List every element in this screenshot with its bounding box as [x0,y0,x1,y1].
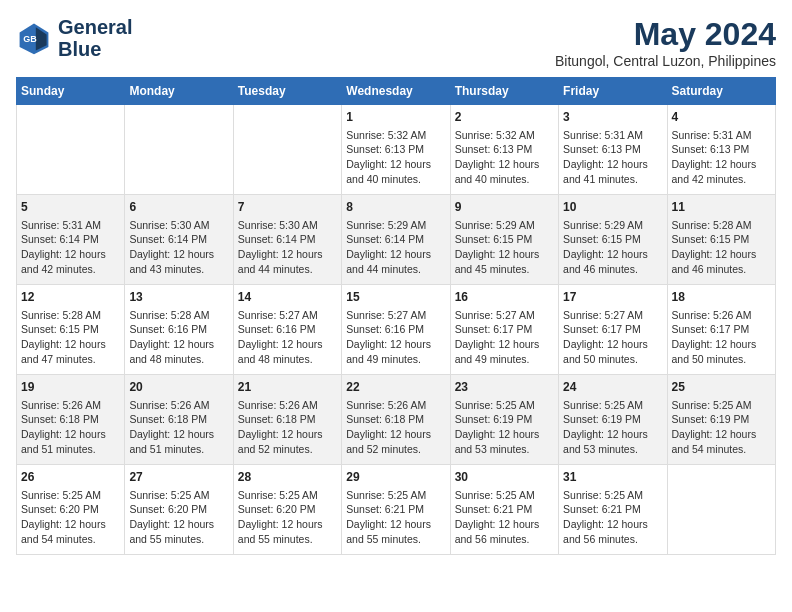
calendar-cell: 9Sunrise: 5:29 AM Sunset: 6:15 PM Daylig… [450,195,558,285]
day-number: 9 [455,199,554,216]
week-row-3: 12Sunrise: 5:28 AM Sunset: 6:15 PM Dayli… [17,285,776,375]
calendar-cell: 8Sunrise: 5:29 AM Sunset: 6:14 PM Daylig… [342,195,450,285]
calendar-cell: 27Sunrise: 5:25 AM Sunset: 6:20 PM Dayli… [125,465,233,555]
day-number: 19 [21,379,120,396]
calendar-cell: 16Sunrise: 5:27 AM Sunset: 6:17 PM Dayli… [450,285,558,375]
calendar-cell: 6Sunrise: 5:30 AM Sunset: 6:14 PM Daylig… [125,195,233,285]
cell-content: Sunrise: 5:26 AM Sunset: 6:18 PM Dayligh… [238,398,337,457]
day-number: 17 [563,289,662,306]
day-number: 26 [21,469,120,486]
calendar-cell: 26Sunrise: 5:25 AM Sunset: 6:20 PM Dayli… [17,465,125,555]
calendar-cell [17,105,125,195]
calendar-cell: 7Sunrise: 5:30 AM Sunset: 6:14 PM Daylig… [233,195,341,285]
calendar-cell: 1Sunrise: 5:32 AM Sunset: 6:13 PM Daylig… [342,105,450,195]
subtitle: Bitungol, Central Luzon, Philippines [555,53,776,69]
day-number: 14 [238,289,337,306]
cell-content: Sunrise: 5:25 AM Sunset: 6:19 PM Dayligh… [672,398,771,457]
calendar-cell: 17Sunrise: 5:27 AM Sunset: 6:17 PM Dayli… [559,285,667,375]
calendar-cell: 29Sunrise: 5:25 AM Sunset: 6:21 PM Dayli… [342,465,450,555]
calendar-cell: 18Sunrise: 5:26 AM Sunset: 6:17 PM Dayli… [667,285,775,375]
cell-content: Sunrise: 5:26 AM Sunset: 6:18 PM Dayligh… [346,398,445,457]
calendar-header-row: SundayMondayTuesdayWednesdayThursdayFrid… [17,78,776,105]
cell-content: Sunrise: 5:30 AM Sunset: 6:14 PM Dayligh… [238,218,337,277]
cell-content: Sunrise: 5:25 AM Sunset: 6:20 PM Dayligh… [21,488,120,547]
calendar-table: SundayMondayTuesdayWednesdayThursdayFrid… [16,77,776,555]
day-number: 18 [672,289,771,306]
calendar-cell: 21Sunrise: 5:26 AM Sunset: 6:18 PM Dayli… [233,375,341,465]
header-day-friday: Friday [559,78,667,105]
day-number: 20 [129,379,228,396]
week-row-2: 5Sunrise: 5:31 AM Sunset: 6:14 PM Daylig… [17,195,776,285]
day-number: 1 [346,109,445,126]
calendar-cell: 31Sunrise: 5:25 AM Sunset: 6:21 PM Dayli… [559,465,667,555]
week-row-4: 19Sunrise: 5:26 AM Sunset: 6:18 PM Dayli… [17,375,776,465]
day-number: 29 [346,469,445,486]
logo-text: General Blue [58,16,132,60]
calendar-cell: 10Sunrise: 5:29 AM Sunset: 6:15 PM Dayli… [559,195,667,285]
cell-content: Sunrise: 5:27 AM Sunset: 6:17 PM Dayligh… [455,308,554,367]
calendar-cell: 13Sunrise: 5:28 AM Sunset: 6:16 PM Dayli… [125,285,233,375]
day-number: 27 [129,469,228,486]
day-number: 3 [563,109,662,126]
header-day-tuesday: Tuesday [233,78,341,105]
cell-content: Sunrise: 5:25 AM Sunset: 6:19 PM Dayligh… [563,398,662,457]
main-title: May 2024 [555,16,776,53]
cell-content: Sunrise: 5:28 AM Sunset: 6:15 PM Dayligh… [672,218,771,277]
day-number: 24 [563,379,662,396]
calendar-cell: 11Sunrise: 5:28 AM Sunset: 6:15 PM Dayli… [667,195,775,285]
week-row-1: 1Sunrise: 5:32 AM Sunset: 6:13 PM Daylig… [17,105,776,195]
calendar-cell: 30Sunrise: 5:25 AM Sunset: 6:21 PM Dayli… [450,465,558,555]
calendar-cell: 23Sunrise: 5:25 AM Sunset: 6:19 PM Dayli… [450,375,558,465]
cell-content: Sunrise: 5:27 AM Sunset: 6:16 PM Dayligh… [346,308,445,367]
cell-content: Sunrise: 5:26 AM Sunset: 6:18 PM Dayligh… [21,398,120,457]
calendar-cell: 25Sunrise: 5:25 AM Sunset: 6:19 PM Dayli… [667,375,775,465]
calendar-cell: 14Sunrise: 5:27 AM Sunset: 6:16 PM Dayli… [233,285,341,375]
day-number: 31 [563,469,662,486]
calendar-cell [233,105,341,195]
cell-content: Sunrise: 5:25 AM Sunset: 6:20 PM Dayligh… [129,488,228,547]
calendar-cell [667,465,775,555]
cell-content: Sunrise: 5:25 AM Sunset: 6:21 PM Dayligh… [563,488,662,547]
day-number: 7 [238,199,337,216]
cell-content: Sunrise: 5:28 AM Sunset: 6:15 PM Dayligh… [21,308,120,367]
calendar-cell: 4Sunrise: 5:31 AM Sunset: 6:13 PM Daylig… [667,105,775,195]
week-row-5: 26Sunrise: 5:25 AM Sunset: 6:20 PM Dayli… [17,465,776,555]
svg-text:GB: GB [23,34,37,44]
title-block: May 2024 Bitungol, Central Luzon, Philip… [555,16,776,69]
day-number: 30 [455,469,554,486]
cell-content: Sunrise: 5:28 AM Sunset: 6:16 PM Dayligh… [129,308,228,367]
cell-content: Sunrise: 5:27 AM Sunset: 6:16 PM Dayligh… [238,308,337,367]
cell-content: Sunrise: 5:29 AM Sunset: 6:15 PM Dayligh… [455,218,554,277]
cell-content: Sunrise: 5:32 AM Sunset: 6:13 PM Dayligh… [346,128,445,187]
calendar-cell: 5Sunrise: 5:31 AM Sunset: 6:14 PM Daylig… [17,195,125,285]
cell-content: Sunrise: 5:25 AM Sunset: 6:20 PM Dayligh… [238,488,337,547]
day-number: 2 [455,109,554,126]
logo: GB General Blue [16,16,132,60]
cell-content: Sunrise: 5:26 AM Sunset: 6:17 PM Dayligh… [672,308,771,367]
calendar-cell [125,105,233,195]
logo-line1: General [58,16,132,38]
day-number: 10 [563,199,662,216]
cell-content: Sunrise: 5:32 AM Sunset: 6:13 PM Dayligh… [455,128,554,187]
cell-content: Sunrise: 5:25 AM Sunset: 6:19 PM Dayligh… [455,398,554,457]
cell-content: Sunrise: 5:30 AM Sunset: 6:14 PM Dayligh… [129,218,228,277]
cell-content: Sunrise: 5:27 AM Sunset: 6:17 PM Dayligh… [563,308,662,367]
day-number: 16 [455,289,554,306]
calendar-cell: 20Sunrise: 5:26 AM Sunset: 6:18 PM Dayli… [125,375,233,465]
calendar-cell: 22Sunrise: 5:26 AM Sunset: 6:18 PM Dayli… [342,375,450,465]
day-number: 22 [346,379,445,396]
day-number: 12 [21,289,120,306]
calendar-cell: 19Sunrise: 5:26 AM Sunset: 6:18 PM Dayli… [17,375,125,465]
day-number: 15 [346,289,445,306]
cell-content: Sunrise: 5:29 AM Sunset: 6:14 PM Dayligh… [346,218,445,277]
cell-content: Sunrise: 5:31 AM Sunset: 6:14 PM Dayligh… [21,218,120,277]
cell-content: Sunrise: 5:29 AM Sunset: 6:15 PM Dayligh… [563,218,662,277]
cell-content: Sunrise: 5:26 AM Sunset: 6:18 PM Dayligh… [129,398,228,457]
day-number: 13 [129,289,228,306]
day-number: 21 [238,379,337,396]
page-header: GB General Blue May 2024 Bitungol, Centr… [16,16,776,69]
header-day-thursday: Thursday [450,78,558,105]
header-day-saturday: Saturday [667,78,775,105]
cell-content: Sunrise: 5:31 AM Sunset: 6:13 PM Dayligh… [672,128,771,187]
header-day-sunday: Sunday [17,78,125,105]
